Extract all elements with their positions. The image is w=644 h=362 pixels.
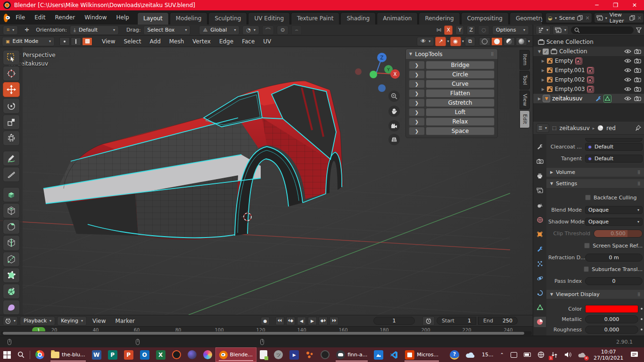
taskbar-paint-app[interactable] (184, 347, 200, 362)
menu-edge[interactable]: Edge (215, 38, 237, 45)
jump-to-start-button[interactable]: ⏴⏴ (275, 317, 284, 325)
taskbar-publisher[interactable]: P (105, 347, 121, 362)
tab-modeling[interactable]: Modeling (170, 12, 208, 25)
move-tool[interactable] (3, 82, 20, 97)
orthographic-toggle-button[interactable] (388, 134, 400, 145)
mirror-z-toggle[interactable]: Z (467, 25, 475, 35)
taskbar-video-app[interactable]: ▶ (286, 347, 302, 362)
minimize-button[interactable]: ─ (587, 0, 606, 10)
annotate-tool[interactable] (3, 151, 20, 166)
animate-dot[interactable] (641, 308, 643, 310)
menu-edit[interactable]: Edit (30, 11, 50, 25)
viewport-color-swatch[interactable] (585, 305, 638, 313)
tab-animation[interactable]: Animation (377, 12, 418, 25)
bridge-button[interactable]: Bridge (426, 61, 495, 69)
tab-physics-properties[interactable] (534, 273, 546, 283)
disable-render-icon[interactable] (634, 58, 641, 64)
tray-network-icon[interactable] (534, 347, 548, 362)
breadcrumb-material[interactable]: red (606, 125, 616, 132)
tray-expand-chevron[interactable]: ⌃ (497, 347, 507, 362)
poly-build-tool[interactable] (3, 268, 20, 283)
outliner-row-empty-001[interactable]: ▶ Empty.001 (533, 66, 644, 75)
navigation-gizmo[interactable]: Y Z X (355, 49, 402, 94)
screen-space-refraction-checkbox[interactable] (584, 243, 590, 248)
tab-tool-properties[interactable] (534, 141, 546, 152)
vertex-select-mode[interactable] (59, 37, 70, 46)
roughness-input[interactable]: 0.000 (585, 326, 638, 334)
scene-selector[interactable]: ◒▾ Scene ✕ (545, 13, 592, 23)
taskbar-face-app[interactable]: ツ (271, 347, 286, 362)
disable-render-icon[interactable] (634, 67, 641, 73)
relax-expand-button[interactable]: ❯ (409, 117, 425, 126)
correct-face-attributes-icon[interactable]: ◌ (478, 25, 489, 35)
options-dropdown[interactable]: Options▾ (492, 25, 529, 35)
maximize-button[interactable]: ❐ (606, 0, 625, 10)
refraction-depth-input[interactable]: 0 m (585, 254, 643, 262)
new-scene-icon[interactable] (577, 15, 583, 21)
space-expand-button[interactable]: ❯ (409, 127, 425, 135)
knife-tool[interactable] (3, 252, 20, 267)
smooth-tool[interactable] (3, 300, 20, 315)
tab-output-properties[interactable] (534, 171, 546, 181)
clearcoat-normal-input[interactable]: ●Default (585, 143, 643, 151)
hide-eye-icon[interactable] (624, 49, 631, 54)
snap-dropdown[interactable]: ◔▾ (242, 25, 259, 35)
tab-layout[interactable]: Layout (137, 12, 169, 25)
tab-material-properties[interactable] (534, 317, 546, 327)
taskbar-spiral-app[interactable] (317, 347, 333, 362)
playback-dropdown[interactable]: Playback▾ (20, 316, 55, 326)
metallic-input[interactable]: 0.000 (585, 315, 638, 323)
menu-select[interactable]: Select (120, 38, 145, 45)
tab-modifier-properties[interactable] (534, 244, 546, 254)
shadow-mode-dropdown[interactable]: Opaque▾ (585, 218, 643, 226)
outliner-search-input[interactable] (570, 26, 634, 34)
timeline-editor-type-dropdown[interactable]: ▾ (3, 316, 18, 326)
edge-select-mode[interactable] (71, 37, 81, 46)
transform-pivot-dropdown[interactable]: ⟁Global▾ (199, 25, 239, 35)
tab-rendering[interactable]: Rendering (419, 12, 460, 25)
sidebar-tab-item[interactable]: Item (520, 50, 530, 70)
bridge-expand-button[interactable]: ❯ (409, 61, 425, 69)
circle-expand-button[interactable]: ❯ (409, 70, 425, 79)
gstretch-expand-button[interactable]: ❯ (409, 99, 425, 107)
menu-add[interactable]: Add (146, 38, 165, 45)
scale-tool[interactable] (3, 115, 20, 130)
menu-view[interactable]: View (98, 38, 119, 45)
transform-tool[interactable] (3, 131, 20, 146)
mirror-x-toggle[interactable]: X (444, 25, 453, 35)
tray-onedrive-icon[interactable] (462, 347, 479, 362)
record-button[interactable]: ● (261, 317, 270, 325)
suv-model[interactable] (43, 81, 343, 239)
disable-render-icon[interactable] (634, 49, 641, 54)
relax-button[interactable]: Relax (426, 117, 495, 126)
clip-threshold-slider[interactable]: 0.500 (594, 230, 643, 238)
outliner-row-collection[interactable]: ▼ ✓ Collection (533, 47, 644, 56)
inset-faces-tool[interactable] (3, 203, 20, 218)
subsurface-translucency-checkbox[interactable] (584, 266, 589, 272)
show-overlays-toggle[interactable]: ◉ (450, 37, 462, 46)
timeline-ruler[interactable]: 20 40 60 80 100 120 140 160 180 200 220 … (0, 326, 533, 336)
face-select-mode[interactable] (82, 37, 92, 46)
menu-mesh[interactable]: Mesh (165, 38, 188, 45)
menu-render[interactable]: Render (50, 11, 80, 25)
viewport-display-panel-header[interactable]: ▼Viewport Display⣿ (546, 290, 644, 299)
axis-neg-y-ball[interactable] (370, 71, 377, 78)
volume-panel-header[interactable]: ▶Volume⣿ (546, 168, 644, 177)
flatten-button[interactable]: Flatten (426, 89, 495, 98)
mirror-y-toggle[interactable]: Y (455, 25, 464, 35)
shading-rendered-button[interactable] (516, 37, 527, 46)
remove-view-layer-icon[interactable]: ✕ (637, 15, 642, 21)
shading-wireframe-button[interactable] (479, 37, 490, 46)
looptools-panel-header[interactable]: ▼ LoopTools ⣿ (406, 49, 497, 59)
outliner-filter-dropdown[interactable]: ▾ (553, 25, 569, 35)
keying-dropdown[interactable]: Keying▾ (57, 316, 87, 326)
shading-material-button[interactable] (504, 37, 515, 46)
outliner-row-empty-002[interactable]: ▶ Empty.002 (533, 75, 644, 84)
new-view-layer-icon[interactable] (629, 15, 635, 21)
view-layer-selector[interactable]: ▾ View Layer ✕ (594, 13, 644, 23)
taskbar-photos[interactable] (371, 347, 387, 362)
blend-mode-dropdown[interactable]: Opaque▾ (585, 206, 643, 214)
hide-eye-icon[interactable] (624, 96, 631, 101)
taskbar-help-app[interactable]: ? (446, 347, 462, 362)
animate-dot[interactable] (641, 318, 643, 320)
